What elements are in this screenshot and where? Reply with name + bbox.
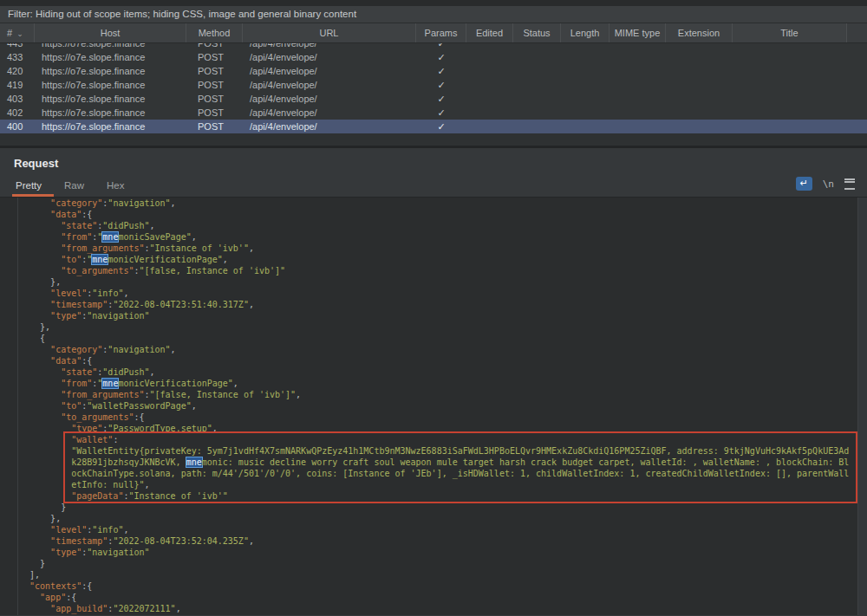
code-line: "type":"navigation" xyxy=(19,547,857,558)
cell-id: 420 xyxy=(0,64,35,78)
cell-host: https://o7e.slope.finance xyxy=(35,64,186,78)
request-panel-header: Request PrettyRawHex ↵ \n xyxy=(0,148,867,198)
code-line: "state":"didPush", xyxy=(19,220,857,231)
code-line: "type":"navigation" xyxy=(19,310,857,321)
column-header-host[interactable]: Host xyxy=(35,23,186,42)
column-header-mime-type[interactable]: MIME type xyxy=(610,23,666,42)
cell-method: POST xyxy=(186,120,243,133)
code-line: } xyxy=(19,558,857,569)
cell-params: ✓ xyxy=(416,43,466,50)
cell-id: 433 xyxy=(0,50,35,64)
cell-id: 419 xyxy=(0,78,35,92)
cell-method: POST xyxy=(186,43,243,50)
cell-host: https://o7e.slope.finance xyxy=(35,50,186,64)
code-line: "level":"info", xyxy=(19,288,857,299)
vertical-scrollbar[interactable] xyxy=(857,198,867,615)
cell-params: ✓ xyxy=(416,106,466,120)
column-header-title[interactable]: Title xyxy=(733,23,847,42)
request-row-443[interactable]: 443https://o7e.slope.financePOST/api/4/e… xyxy=(0,43,867,50)
column-header-edited[interactable]: Edited xyxy=(466,23,513,42)
header-filler xyxy=(847,23,867,42)
cell-method: POST xyxy=(186,106,243,120)
request-tabs: PrettyRawHex xyxy=(16,176,147,197)
code-line: "app_identifier":"com.wd.slope", xyxy=(19,614,857,615)
cell-method: POST xyxy=(186,92,243,106)
json-body: "category":"navigation","data":{"state":… xyxy=(19,198,857,615)
code-line: } xyxy=(19,502,857,513)
filter-bar[interactable]: Filter: Hiding out of scope items; hidin… xyxy=(0,6,867,23)
request-row-402[interactable]: 402https://o7e.slope.financePOST/api/4/e… xyxy=(0,106,867,120)
cell-id: 402 xyxy=(0,106,35,120)
editor-toolbar-icons: ↵ \n xyxy=(796,177,855,191)
cell-host: https://o7e.slope.finance xyxy=(35,43,186,50)
column-header-params[interactable]: Params xyxy=(416,23,466,42)
cell-url: /api/4/envelope/ xyxy=(243,120,416,133)
code-line: "contexts":{ xyxy=(19,580,857,592)
cell-params: ✓ xyxy=(416,78,466,92)
code-line: }, xyxy=(19,276,857,288)
code-line: "timestamp":"2022-08-04T23:52:04.235Z", xyxy=(19,535,857,547)
code-line: "to":"mnemonicVerificationPage", xyxy=(19,254,857,265)
column-header--[interactable]: #⌄ xyxy=(0,23,35,42)
cell-method: POST xyxy=(186,78,243,92)
code-line: "wallet": xyxy=(19,434,857,445)
column-header-extension[interactable]: Extension xyxy=(666,23,733,42)
cell-params: ✓ xyxy=(416,50,466,64)
column-header-method[interactable]: Method xyxy=(186,23,243,42)
cell-url: /api/4/envelope/ xyxy=(243,50,416,64)
gutter-divider xyxy=(17,198,18,615)
code-line: { xyxy=(19,333,857,344)
code-line: "type":"PasswordType.setup", xyxy=(19,423,857,434)
code-line: "from_arguments":"[false, Instance of 'i… xyxy=(19,389,857,400)
cell-id: 403 xyxy=(0,92,35,106)
code-line: "data":{ xyxy=(19,209,857,220)
cell-url: /api/4/envelope/ xyxy=(243,92,416,106)
cell-url: /api/4/envelope/ xyxy=(243,106,416,120)
code-line: "to_arguments":"[false, Instance of 'ivb… xyxy=(19,265,857,276)
request-row-400[interactable]: 400https://o7e.slope.financePOST/api/4/e… xyxy=(0,120,867,133)
column-header-url[interactable]: URL xyxy=(243,23,416,42)
code-editor[interactable]: "category":"navigation","data":{"state":… xyxy=(0,198,867,615)
code-line: "to_arguments":{ xyxy=(19,412,857,423)
tab-raw[interactable]: Raw xyxy=(64,176,84,197)
cell-url: /api/4/envelope/ xyxy=(243,78,416,92)
tab-pretty[interactable]: Pretty xyxy=(16,176,42,197)
cell-params: ✓ xyxy=(416,120,466,133)
request-row-403[interactable]: 403https://o7e.slope.financePOST/api/4/e… xyxy=(0,92,867,106)
cell-host: https://o7e.slope.finance xyxy=(35,92,186,106)
top-strip xyxy=(0,0,867,6)
code-line: "category":"navigation", xyxy=(19,344,857,355)
code-line: "from":"mnemonicVerificationPage", xyxy=(19,378,857,389)
code-line: "timestamp":"2022-08-04T23:51:40.317Z", xyxy=(19,299,857,310)
cell-method: POST xyxy=(186,64,243,78)
request-row-433[interactable]: 433https://o7e.slope.financePOST/api/4/e… xyxy=(0,50,867,64)
code-line: "WalletEntity{privateKey: 5ym7j1vdHf4X7s… xyxy=(19,445,857,457)
menu-icon[interactable] xyxy=(844,178,855,190)
cell-url: /api/4/envelope/ xyxy=(243,43,416,50)
request-title: Request xyxy=(14,157,58,170)
code-line: etInfo: null}", xyxy=(19,479,857,490)
code-line: "state":"didPush", xyxy=(19,366,857,378)
cell-method: POST xyxy=(186,50,243,64)
tab-hex[interactable]: Hex xyxy=(107,176,124,197)
code-line: "to":"walletPasswordPage", xyxy=(19,400,857,412)
http-history-header: #⌄HostMethodURLParamsEditedStatusLengthM… xyxy=(0,23,867,43)
word-wrap-icon[interactable]: ↵ xyxy=(796,177,812,191)
code-line: ockChainType.solana, path: m/44'/501'/0'… xyxy=(19,468,857,479)
cell-host: https://o7e.slope.finance xyxy=(35,120,186,133)
cell-params: ✓ xyxy=(416,64,466,78)
column-header-length[interactable]: Length xyxy=(561,23,610,42)
code-line: "from_arguments":"Instance of 'ivb'", xyxy=(19,243,857,254)
request-panel: Request PrettyRawHex ↵ \n "category":"na… xyxy=(0,148,867,616)
sort-chevron-icon: ⌄ xyxy=(16,29,23,38)
http-history-table[interactable]: 443https://o7e.slope.financePOST/api/4/e… xyxy=(0,43,867,133)
column-header-status[interactable]: Status xyxy=(513,23,561,42)
request-row-420[interactable]: 420https://o7e.slope.financePOST/api/4/e… xyxy=(0,64,867,78)
code-line: "app":{ xyxy=(19,592,857,603)
request-row-419[interactable]: 419https://o7e.slope.financePOST/api/4/e… xyxy=(0,78,867,92)
code-line: }, xyxy=(19,513,857,524)
code-line: "level":"info", xyxy=(19,524,857,535)
code-line: "pageData":"Instance of 'ivb'" xyxy=(19,490,857,502)
code-line: ], xyxy=(19,569,857,580)
show-newlines-icon[interactable]: \n xyxy=(823,178,834,190)
